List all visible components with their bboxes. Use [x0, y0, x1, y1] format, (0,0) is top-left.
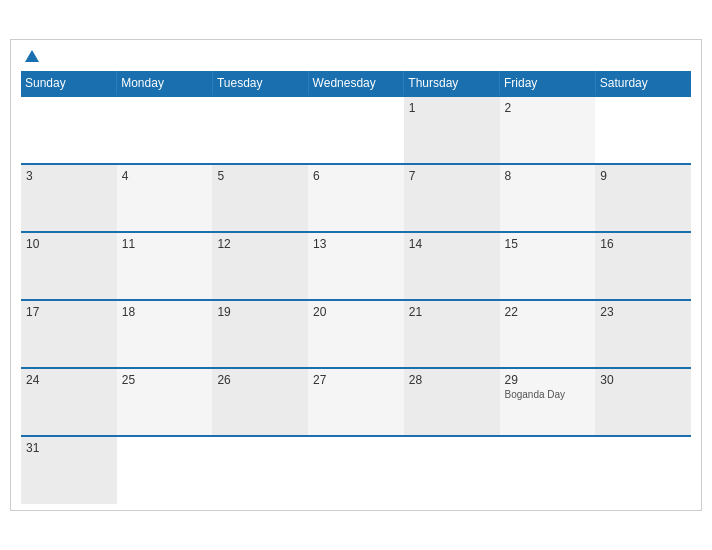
calendar-cell: 27 — [308, 368, 404, 436]
calendar-cell: 17 — [21, 300, 117, 368]
calendar-cell: 15 — [500, 232, 596, 300]
day-number: 3 — [26, 169, 112, 183]
calendar-cell — [404, 436, 500, 504]
calendar-cell: 24 — [21, 368, 117, 436]
day-of-week-header: Thursday — [404, 71, 500, 96]
calendar-week-row: 10111213141516 — [21, 232, 691, 300]
calendar-cell — [308, 436, 404, 504]
day-number: 24 — [26, 373, 112, 387]
day-of-week-header: Monday — [117, 71, 213, 96]
day-number: 6 — [313, 169, 399, 183]
logo-blue-text — [21, 50, 39, 63]
calendar-cell: 16 — [595, 232, 691, 300]
day-of-week-header: Sunday — [21, 71, 117, 96]
calendar-cell — [595, 96, 691, 164]
day-number: 11 — [122, 237, 208, 251]
calendar-cell — [117, 96, 213, 164]
calendar-cell: 3 — [21, 164, 117, 232]
calendar-cell: 21 — [404, 300, 500, 368]
day-of-week-header: Friday — [500, 71, 596, 96]
calendar-week-row: 3456789 — [21, 164, 691, 232]
day-number: 19 — [217, 305, 303, 319]
calendar-cell: 13 — [308, 232, 404, 300]
day-number: 4 — [122, 169, 208, 183]
calendar-cell: 20 — [308, 300, 404, 368]
calendar-cell: 25 — [117, 368, 213, 436]
calendar-week-row: 31 — [21, 436, 691, 504]
day-number: 29 — [505, 373, 591, 387]
calendar-cell: 26 — [212, 368, 308, 436]
days-header-row: SundayMondayTuesdayWednesdayThursdayFrid… — [21, 71, 691, 96]
day-number: 28 — [409, 373, 495, 387]
calendar-cell: 6 — [308, 164, 404, 232]
day-number: 8 — [505, 169, 591, 183]
day-number: 26 — [217, 373, 303, 387]
day-number: 27 — [313, 373, 399, 387]
calendar-cell: 31 — [21, 436, 117, 504]
calendar-cell: 18 — [117, 300, 213, 368]
calendar-cell: 19 — [212, 300, 308, 368]
day-number: 23 — [600, 305, 686, 319]
day-number: 22 — [505, 305, 591, 319]
calendar-cell: 5 — [212, 164, 308, 232]
calendar-header — [21, 50, 691, 63]
day-number: 25 — [122, 373, 208, 387]
day-number: 16 — [600, 237, 686, 251]
day-of-week-header: Wednesday — [308, 71, 404, 96]
day-number: 10 — [26, 237, 112, 251]
calendar-cell — [21, 96, 117, 164]
day-number: 2 — [505, 101, 591, 115]
calendar-cell — [500, 436, 596, 504]
day-number: 5 — [217, 169, 303, 183]
day-number: 9 — [600, 169, 686, 183]
calendar-cell — [595, 436, 691, 504]
calendar-cell — [212, 96, 308, 164]
day-number: 31 — [26, 441, 112, 455]
calendar-week-row: 242526272829Boganda Day30 — [21, 368, 691, 436]
day-number: 12 — [217, 237, 303, 251]
calendar-cell: 23 — [595, 300, 691, 368]
calendar-cell: 4 — [117, 164, 213, 232]
calendar-cell: 10 — [21, 232, 117, 300]
day-number: 1 — [409, 101, 495, 115]
holiday-label: Boganda Day — [505, 389, 591, 400]
calendar-cell — [308, 96, 404, 164]
calendar-cell: 30 — [595, 368, 691, 436]
calendar-week-row: 17181920212223 — [21, 300, 691, 368]
logo-triangle-icon — [25, 50, 39, 62]
day-number: 14 — [409, 237, 495, 251]
calendar-cell: 11 — [117, 232, 213, 300]
day-number: 18 — [122, 305, 208, 319]
day-of-week-header: Tuesday — [212, 71, 308, 96]
day-number: 15 — [505, 237, 591, 251]
calendar-wrapper: SundayMondayTuesdayWednesdayThursdayFrid… — [10, 39, 702, 511]
day-number: 20 — [313, 305, 399, 319]
day-number: 21 — [409, 305, 495, 319]
calendar-week-row: 12 — [21, 96, 691, 164]
calendar-cell: 14 — [404, 232, 500, 300]
day-number: 13 — [313, 237, 399, 251]
day-of-week-header: Saturday — [595, 71, 691, 96]
calendar-grid: SundayMondayTuesdayWednesdayThursdayFrid… — [21, 71, 691, 504]
calendar-cell: 12 — [212, 232, 308, 300]
logo — [21, 50, 39, 63]
calendar-cell: 22 — [500, 300, 596, 368]
calendar-cell: 7 — [404, 164, 500, 232]
day-number: 30 — [600, 373, 686, 387]
calendar-cell — [212, 436, 308, 504]
day-number: 17 — [26, 305, 112, 319]
day-number: 7 — [409, 169, 495, 183]
calendar-cell — [117, 436, 213, 504]
calendar-cell: 1 — [404, 96, 500, 164]
calendar-cell: 9 — [595, 164, 691, 232]
calendar-cell: 8 — [500, 164, 596, 232]
calendar-cell: 29Boganda Day — [500, 368, 596, 436]
calendar-cell: 2 — [500, 96, 596, 164]
calendar-cell: 28 — [404, 368, 500, 436]
